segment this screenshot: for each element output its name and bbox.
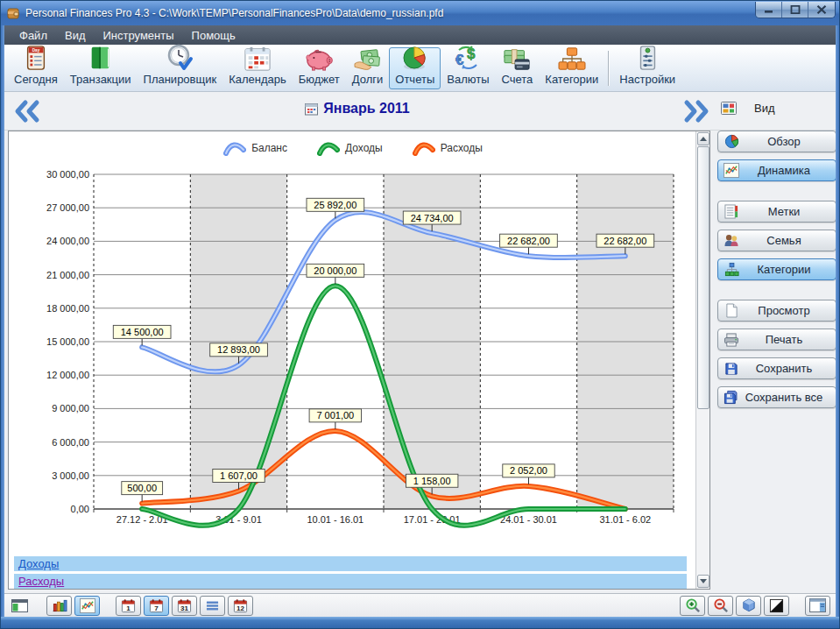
maximize-button[interactable] <box>782 2 808 18</box>
app-window: Personal Finances Pro 4.3 - C:\Work\TEMP… <box>0 0 840 629</box>
svg-text:10.01 - 16.01: 10.01 - 16.01 <box>307 514 364 525</box>
sidebar-button-7-сохранить[interactable]: Сохранить <box>717 357 836 379</box>
svg-text:27 000,00: 27 000,00 <box>46 202 89 213</box>
sidebar-button-1-динамика[interactable]: Динамика <box>717 159 836 181</box>
window-frame-right <box>836 25 839 629</box>
toolbar-button-label: Валюты <box>447 73 489 86</box>
dynamics-chart: 0,003 000,006 000,009 000,0012 000,0015 … <box>10 164 682 535</box>
minimize-button[interactable] <box>756 2 782 18</box>
calendar-week-icon: 7 <box>149 598 164 613</box>
save-icon <box>718 362 745 376</box>
sidebar-header-label: Вид <box>754 102 775 115</box>
sidebar-button-0-обзор[interactable]: Обзор <box>717 131 836 152</box>
svg-text:31.01 - 6.02: 31.01 - 6.02 <box>599 514 651 525</box>
scroll-up-button[interactable] <box>697 132 709 145</box>
settings-icon <box>634 44 660 72</box>
panel-toggle-icon[interactable] <box>11 599 28 612</box>
menu-item-3[interactable]: Помощь <box>184 27 244 44</box>
next-period-button[interactable] <box>681 99 710 124</box>
menu-bar: ФайлВидИнструментыПомощь <box>4 25 837 45</box>
sidebar-toggle-button[interactable] <box>805 596 830 616</box>
sidebar-button-4-категории[interactable]: Категории <box>717 258 836 280</box>
period-label: Январь 2011 <box>323 101 409 117</box>
month-view-button[interactable]: 31 <box>172 596 197 616</box>
contrast-button[interactable] <box>764 596 789 616</box>
menu-item-0[interactable]: Файл <box>11 27 55 44</box>
sidebar-button-5-просмотр[interactable]: Просмотр <box>717 300 836 322</box>
svg-text:15 000,00: 15 000,00 <box>46 336 89 347</box>
svg-text:31: 31 <box>180 604 189 611</box>
scrollbar-thumb[interactable] <box>697 146 709 409</box>
bar-chart-view-button[interactable] <box>46 596 72 616</box>
sidebar-header: Вид <box>721 102 836 115</box>
menu-item-1[interactable]: Вид <box>57 27 94 44</box>
report-content: Баланс Доходы Расходы 0,003 000,006 000,… <box>10 132 696 588</box>
week-view-button[interactable]: 7 <box>144 596 169 616</box>
period-nav-strip: Январь 2011 Вид <box>4 92 837 131</box>
view-icon <box>721 102 737 115</box>
sidebar-button-label: Обзор <box>745 135 836 148</box>
vertical-scrollbar[interactable] <box>695 131 709 589</box>
toolbar-button-label: Планировщик <box>144 73 217 86</box>
svg-text:6 000,00: 6 000,00 <box>52 437 89 448</box>
zoom-in-button[interactable] <box>680 596 705 616</box>
sidebar-button-2-метки[interactable]: Метки <box>717 201 836 223</box>
zoom-in-icon <box>685 597 701 613</box>
window-controls <box>755 2 836 18</box>
sidebar-toggle-icon <box>809 598 826 612</box>
calendar-day-icon: 1 <box>121 598 136 613</box>
toolbar-button-долги[interactable]: Долги <box>346 47 389 89</box>
bar-chart-icon <box>52 598 67 612</box>
toolbar-button-счета[interactable]: Счета <box>495 47 539 89</box>
overview-icon <box>718 134 745 149</box>
svg-text:2 052,00: 2 052,00 <box>510 465 547 476</box>
close-button[interactable] <box>808 2 835 18</box>
calendar-month-icon: 31 <box>177 598 192 613</box>
categories-tree-icon <box>718 262 745 277</box>
zoom-out-button[interactable] <box>708 596 733 616</box>
sidebar-button-label: Категории <box>745 263 836 276</box>
svg-text:12 893,00: 12 893,00 <box>217 344 260 355</box>
sidebar-button-6-печать[interactable]: Печать <box>717 329 836 350</box>
svg-text:22 682,00: 22 682,00 <box>507 236 550 246</box>
window-title: Personal Finances Pro 4.3 - C:\Work\TEMP… <box>25 7 755 19</box>
toolbar-button-отчеты[interactable]: Отчеты <box>389 47 441 89</box>
list-icon <box>205 599 220 612</box>
sidebar-button-label: Сохранить все <box>745 391 836 404</box>
sidebar-button-3-семья[interactable]: Семья <box>717 230 836 251</box>
3d-view-button[interactable] <box>736 596 761 616</box>
report-link-expense[interactable]: Расходы <box>18 575 64 588</box>
year-view-button[interactable]: 12 <box>228 596 253 616</box>
toolbar-button-label: Долги <box>352 73 383 86</box>
report-link-income[interactable]: Доходы <box>18 557 59 570</box>
calendar-icon <box>244 46 272 72</box>
dynamics-icon <box>718 163 745 178</box>
svg-text:20 000,00: 20 000,00 <box>314 265 356 276</box>
line-chart-view-button[interactable] <box>74 596 100 616</box>
toolbar-button-настройки[interactable]: Настройки <box>613 47 681 89</box>
toolbar-button-планировщик[interactable]: Планировщик <box>138 47 223 89</box>
svg-text:1 607,00: 1 607,00 <box>220 470 258 481</box>
list-view-button[interactable] <box>200 596 225 616</box>
scroll-down-button[interactable] <box>697 575 709 588</box>
day-view-button[interactable]: 1 <box>116 596 141 616</box>
toolbar-button-категории[interactable]: Категории <box>539 47 604 89</box>
svg-text:24 734,00: 24 734,00 <box>411 213 454 223</box>
menu-item-2[interactable]: Инструменты <box>95 27 182 44</box>
categories-icon <box>557 46 587 72</box>
toolbar-button-label: Календарь <box>229 73 286 86</box>
toolbar-button-сегодня[interactable]: DayСегодня <box>8 47 64 89</box>
legend-item-доходы: Доходы <box>317 140 383 156</box>
calendar-mini-icon[interactable] <box>305 102 318 116</box>
toolbar-button-календарь[interactable]: Календарь <box>222 47 293 89</box>
transactions-icon <box>88 44 114 72</box>
toolbar-button-валюты[interactable]: €$Валюты <box>441 47 495 89</box>
svg-text:500,00: 500,00 <box>127 483 157 493</box>
toolbar-button-транзакции[interactable]: Транзакции <box>64 47 138 89</box>
toolbar-button-бюджет[interactable]: Бюджет <box>293 47 346 89</box>
sidebar-button-8-сохранить-все[interactable]: Сохранить все <box>717 386 836 408</box>
svg-text:7: 7 <box>154 604 159 611</box>
svg-text:22 682,00: 22 682,00 <box>604 236 646 246</box>
title-bar: Personal Finances Pro 4.3 - C:\Work\TEMP… <box>1 1 840 25</box>
legend-item-расходы: Расходы <box>413 140 483 156</box>
